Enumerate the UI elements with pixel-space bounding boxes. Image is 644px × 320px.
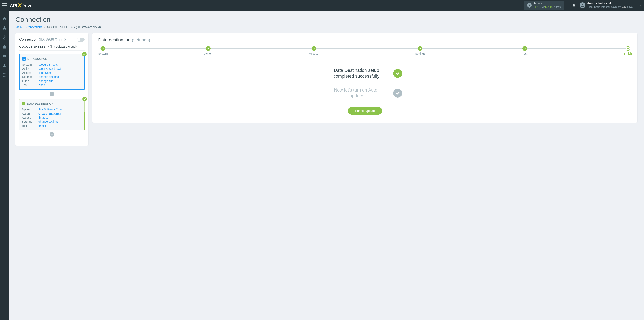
step-dot-icon [100, 46, 105, 51]
actions-used: 25'167 [534, 5, 542, 8]
card-row: SystemGoogle Sheets [22, 63, 82, 67]
card-row-key: Settings [22, 75, 39, 79]
card-row-value[interactable]: tinatest [38, 116, 48, 119]
connection-panel: Connection (ID: 39367) GOOGLE SHEETS -> … [16, 33, 88, 146]
card-row: Settingschange settings [22, 75, 82, 79]
breadcrumb-current: GOOGLE SHEETS -> (jira software cloud) [47, 26, 101, 29]
logo-x-icon: X [18, 2, 22, 9]
svg-point-5 [4, 76, 5, 76]
logo-drive: Drive [22, 3, 32, 8]
step-label: Finish [624, 52, 632, 55]
sidebar [0, 11, 9, 320]
dest-number: 2 [22, 102, 26, 105]
help-icon[interactable] [2, 73, 6, 77]
source-complete-icon [82, 52, 86, 57]
copy-icon[interactable] [59, 38, 62, 41]
logo[interactable]: API X Drive [10, 2, 32, 9]
card-row-value[interactable]: change settings [39, 75, 59, 79]
setup-complete-row: Data Destination setup completed success… [302, 68, 428, 79]
card-row: Testcheck [22, 124, 82, 128]
dest-panel-subtitle: (settings) [132, 37, 150, 42]
card-row: AccessTina User [22, 71, 82, 75]
step-finish[interactable]: Finish [624, 46, 632, 55]
check-icon [393, 69, 402, 78]
actions-label: Actions: [534, 2, 561, 5]
connection-toggle[interactable] [76, 38, 85, 42]
logo-api: API [10, 3, 18, 8]
step-settings[interactable]: Settings [415, 46, 426, 55]
connection-name: GOOGLE SHEETS -> (jira software cloud) [19, 44, 85, 51]
svg-rect-2 [5, 29, 6, 29]
step-test[interactable]: Test [522, 46, 528, 55]
card-row-value[interactable]: change filter [39, 79, 54, 83]
user-menu[interactable]: demo_apix-drive_s2 Plan |Start| left unt… [580, 2, 632, 9]
enable-update-button[interactable]: Enable update [348, 107, 382, 115]
card-row-value[interactable]: Tina User [39, 71, 51, 74]
card-row-key: Filter [22, 79, 39, 83]
card-row: Testcheck [22, 83, 82, 87]
card-row: Filterchange filter [22, 79, 82, 83]
step-label: System [98, 52, 108, 55]
dest-panel-title: Data destination [98, 37, 130, 42]
step-dot-icon [522, 46, 527, 51]
conn-header-id: (ID: 39367) [39, 37, 57, 42]
data-source-card[interactable]: 1 DATA SOURCE SystemGoogle SheetsActionG… [19, 54, 85, 90]
step-label: Access [309, 52, 318, 55]
card-row-key: Access [22, 116, 38, 119]
auto-update-text: Now let's turn on Auto-update [328, 87, 385, 99]
stepper: SystemActionAccessSettingsTestFinish [98, 46, 632, 55]
breadcrumb-main[interactable]: Main [16, 26, 22, 29]
briefcase-icon[interactable] [2, 45, 6, 49]
step-action[interactable]: Action [204, 46, 212, 55]
user-icon[interactable] [2, 64, 6, 68]
info-icon: i [527, 3, 532, 8]
card-row: Accesstinatest [22, 116, 82, 120]
svg-rect-1 [3, 29, 4, 29]
card-row-value[interactable]: Jira Software Cloud [38, 108, 63, 111]
conn-header-title: Connection [19, 37, 38, 42]
card-row-value[interactable]: change settings [38, 120, 58, 123]
trash-icon[interactable] [79, 102, 82, 105]
step-dot-icon [626, 46, 630, 51]
dollar-icon[interactable] [2, 36, 6, 40]
gear-icon[interactable] [63, 38, 66, 41]
notifications-icon[interactable] [572, 4, 576, 7]
card-row-value[interactable]: Google Sheets [39, 63, 58, 66]
user-name: demo_apix-drive_s2 [588, 2, 611, 5]
actions-usage[interactable]: i Actions: 25'167 of 50'000 (50%) [524, 1, 564, 10]
card-row: ActionGet ROWS (new) [22, 67, 82, 71]
card-row-value[interactable]: Create REQUEST [38, 112, 62, 115]
breadcrumb-connections[interactable]: Connections [26, 26, 42, 29]
card-row-key: Test [22, 124, 38, 127]
page-title: Connection [16, 16, 638, 24]
menu-toggle-icon[interactable] [2, 4, 7, 7]
step-label: Action [204, 52, 212, 55]
data-destination-card[interactable]: 2 DATA DESTINATION SystemJira Software C… [19, 99, 85, 130]
card-row-value[interactable]: check [38, 124, 46, 127]
add-destination-button[interactable]: + [50, 132, 54, 137]
source-title: DATA SOURCE [28, 57, 47, 60]
card-row-value[interactable]: Get ROWS (new) [39, 67, 61, 70]
actions-total: 50'000 [545, 5, 553, 8]
step-access[interactable]: Access [309, 46, 318, 55]
sitemap-icon[interactable] [2, 26, 6, 30]
youtube-icon[interactable] [2, 54, 6, 58]
setup-complete-text: Data Destination setup completed success… [328, 68, 385, 79]
source-number: 1 [22, 57, 26, 61]
auto-update-row: Now let's turn on Auto-update [302, 87, 428, 99]
svg-point-3 [4, 64, 5, 66]
card-row: SystemJira Software Cloud [22, 107, 82, 112]
destination-settings-panel: Data destination (settings) SystemAction… [92, 33, 638, 123]
step-system[interactable]: System [98, 46, 108, 55]
card-row-value[interactable]: check [39, 83, 46, 87]
actions-pct: (50%) [554, 5, 561, 8]
svg-rect-0 [4, 27, 5, 27]
dest-complete-icon [82, 97, 87, 101]
chevron-down-icon[interactable] [639, 4, 642, 7]
home-icon[interactable] [2, 17, 6, 21]
plan-prefix: Plan |Start| left until payment [588, 5, 622, 8]
topbar: API X Drive i Actions: 25'167 of 50'000 … [0, 0, 644, 11]
add-source-button[interactable]: + [50, 92, 54, 96]
step-dot-icon [312, 46, 316, 51]
card-row-key: Settings [22, 120, 38, 123]
